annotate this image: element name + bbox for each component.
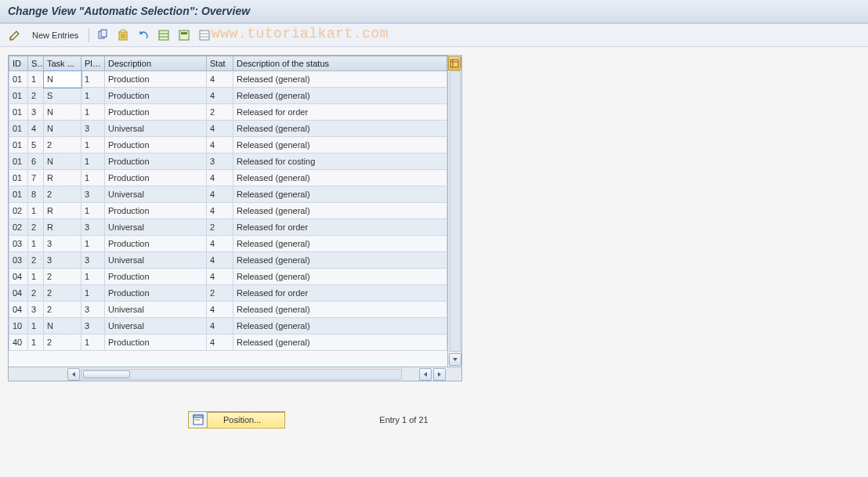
scroll-down-icon[interactable] [449, 353, 461, 366]
cell-stdesc[interactable]: Released for order [233, 104, 447, 121]
header-id[interactable]: ID [9, 56, 28, 71]
table-row[interactable]: 03233Universal4Released (general) [9, 252, 447, 269]
cell-desc[interactable]: Universal [105, 121, 207, 137]
cell-task[interactable]: R [44, 170, 81, 186]
cell-stat[interactable]: 4 [207, 334, 233, 351]
cell-id[interactable]: 04 [9, 285, 28, 302]
cell-task[interactable]: N [44, 104, 81, 121]
table-row[interactable]: 013N1Production2Released for order [9, 104, 447, 121]
cell-id[interactable]: 01 [9, 71, 28, 88]
scroll-left-icon[interactable] [67, 368, 80, 381]
cell-task[interactable]: R [44, 219, 81, 236]
cell-stat[interactable]: 4 [207, 252, 233, 269]
cell-stdesc[interactable]: Released (general) [233, 88, 447, 104]
cell-pla[interactable]: 3 [81, 302, 105, 318]
cell-sp[interactable]: 5 [28, 137, 44, 154]
cell-id[interactable]: 03 [9, 236, 28, 252]
cell-desc[interactable]: Universal [105, 252, 207, 269]
cell-task[interactable]: N [44, 71, 81, 88]
table-row[interactable]: 017R1Production4Released (general) [9, 170, 447, 186]
cell-task[interactable]: R [44, 203, 81, 219]
cell-stdesc[interactable]: Released (general) [233, 318, 447, 334]
cell-stdesc[interactable]: Released (general) [233, 121, 447, 137]
cell-desc[interactable]: Production [105, 236, 207, 252]
table-row[interactable]: 03131Production4Released (general) [9, 236, 447, 252]
table-row[interactable]: 014N3Universal4Released (general) [9, 121, 447, 137]
cell-stdesc[interactable]: Released (general) [233, 203, 447, 219]
cell-id[interactable]: 01 [9, 186, 28, 203]
cell-stat[interactable]: 4 [207, 302, 233, 318]
cell-task[interactable]: 2 [44, 269, 81, 285]
cell-id[interactable]: 01 [9, 88, 28, 104]
header-stdesc[interactable]: Description of the status [233, 56, 447, 71]
cell-id[interactable]: 02 [9, 219, 28, 236]
cell-pla[interactable]: 1 [81, 88, 105, 104]
cell-id[interactable]: 01 [9, 137, 28, 154]
cell-stdesc[interactable]: Released (general) [233, 269, 447, 285]
cell-desc[interactable]: Production [105, 154, 207, 170]
cell-id[interactable]: 02 [9, 203, 28, 219]
table-row[interactable]: 04323Universal4Released (general) [9, 302, 447, 318]
header-task[interactable]: Task ... [44, 56, 81, 71]
cell-sp[interactable]: 7 [28, 170, 44, 186]
table-row[interactable]: 012S1Production4Released (general) [9, 88, 447, 104]
cell-desc[interactable]: Production [105, 269, 207, 285]
cell-desc[interactable]: Universal [105, 318, 207, 334]
cell-stdesc[interactable]: Released (general) [233, 236, 447, 252]
cell-stat[interactable]: 4 [207, 236, 233, 252]
cell-stat[interactable]: 4 [207, 203, 233, 219]
select-all-icon[interactable] [155, 27, 172, 44]
cell-stdesc[interactable]: Released (general) [233, 334, 447, 351]
cell-task[interactable]: 2 [44, 302, 81, 318]
cell-pla[interactable]: 1 [81, 154, 105, 170]
cell-desc[interactable]: Production [105, 88, 207, 104]
cell-desc[interactable]: Production [105, 170, 207, 186]
scroll-thumb[interactable] [83, 370, 130, 378]
vertical-scrollbar[interactable] [447, 56, 461, 367]
table-row[interactable]: 04221Production2Released for order [9, 285, 447, 302]
cell-pla[interactable]: 1 [81, 236, 105, 252]
scroll-track-horizontal[interactable] [81, 369, 402, 380]
cell-task[interactable]: S [44, 88, 81, 104]
cell-pla[interactable]: 3 [81, 252, 105, 269]
data-table[interactable]: ID SP Task ... Pla... Description Stat D… [9, 56, 447, 351]
cell-sp[interactable]: 2 [28, 252, 44, 269]
cell-desc[interactable]: Production [105, 334, 207, 351]
cell-pla[interactable]: 3 [81, 318, 105, 334]
cell-stat[interactable]: 2 [207, 285, 233, 302]
cell-sp[interactable]: 2 [28, 88, 44, 104]
new-entries-button[interactable]: New Entries [27, 27, 84, 44]
cell-stat[interactable]: 4 [207, 137, 233, 154]
cell-sp[interactable]: 3 [28, 302, 44, 318]
cell-stdesc[interactable]: Released (general) [233, 186, 447, 203]
cell-sp[interactable]: 1 [28, 236, 44, 252]
scroll-left2-icon[interactable] [419, 368, 432, 381]
cell-stat[interactable]: 4 [207, 121, 233, 137]
header-stat[interactable]: Stat [207, 56, 233, 71]
cell-task[interactable]: 2 [44, 137, 81, 154]
cell-task[interactable]: 3 [44, 252, 81, 269]
cell-stat[interactable]: 2 [207, 104, 233, 121]
table-row[interactable]: 021R1Production4Released (general) [9, 203, 447, 219]
cell-pla[interactable]: 3 [81, 219, 105, 236]
delete-icon[interactable] [114, 27, 132, 44]
cell-pla[interactable]: 1 [81, 285, 105, 302]
cell-desc[interactable]: Production [105, 71, 207, 88]
cell-pla[interactable]: 1 [81, 71, 105, 88]
cell-desc[interactable]: Production [105, 285, 207, 302]
cell-id[interactable]: 03 [9, 252, 28, 269]
cell-sp[interactable]: 1 [28, 334, 44, 351]
table-row[interactable]: 011N1Production4Released (general) [9, 71, 447, 88]
cell-sp[interactable]: 2 [28, 219, 44, 236]
cell-pla[interactable]: 1 [81, 269, 105, 285]
cell-stdesc[interactable]: Released (general) [233, 170, 447, 186]
cell-sp[interactable]: 1 [28, 203, 44, 219]
deselect-all-icon[interactable] [196, 27, 213, 44]
copy-icon[interactable] [94, 27, 111, 44]
scroll-right-icon[interactable] [433, 368, 446, 381]
cell-stdesc[interactable]: Released for order [233, 219, 447, 236]
cell-stdesc[interactable]: Released (general) [233, 252, 447, 269]
table-row[interactable]: 01823Universal4Released (general) [9, 186, 447, 203]
cell-stat[interactable]: 2 [207, 219, 233, 236]
cell-id[interactable]: 40 [9, 334, 28, 351]
